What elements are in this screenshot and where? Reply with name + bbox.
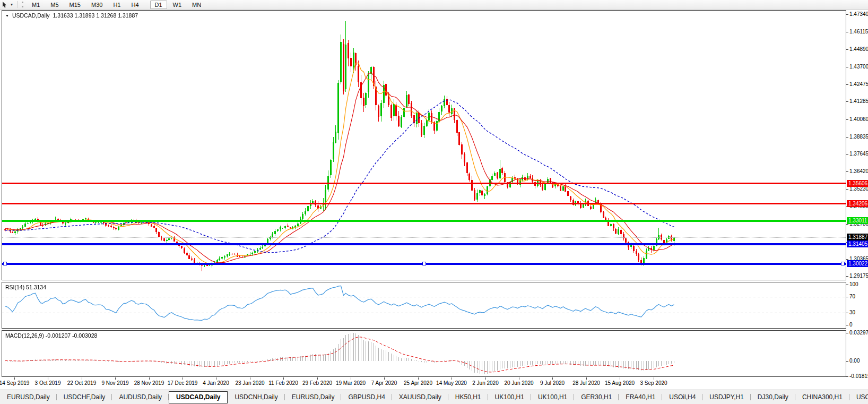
- chart-tab-xauusd-daily[interactable]: XAUUSD,Daily: [392, 392, 448, 402]
- support-line-1.31405[interactable]: [2, 243, 846, 245]
- cursor-tool-dropdown-caret[interactable]: ▾: [9, 2, 14, 7]
- chart-tab-hk50-h1[interactable]: HK50,H1: [448, 392, 488, 402]
- resistance-line-1.35606[interactable]: [2, 183, 846, 184]
- time-tick-mark: [149, 377, 150, 380]
- time-axis: 14 Sep 20193 Oct 201922 Oct 20199 Nov 20…: [0, 377, 868, 390]
- resistance-line-1.34206[interactable]: [2, 203, 846, 204]
- resistance-line-1.34206-badge: 1.34206: [847, 200, 868, 207]
- chart-tab-audusd-daily[interactable]: AUDUSD,Daily: [112, 392, 169, 402]
- pointer-icon: [2, 2, 7, 8]
- date-label: 9 Jul 2020: [540, 380, 565, 386]
- chart-tab-usdjpy-h1[interactable]: USDJPY,H1: [702, 392, 750, 402]
- axis-tick-mark: [846, 67, 848, 67]
- chart-title: ▼ USDCAD,Daily 1.31633 1.31893 1.31268 1…: [5, 12, 138, 19]
- date-label: 28 Nov 2019: [134, 380, 164, 386]
- cursor-tool-button[interactable]: [0, 1, 9, 9]
- chart-tab-bar: EURUSD,DailyUSDCHF,DailyAUDUSD,DailyUSDC…: [0, 390, 868, 404]
- main-chart-pane: ▼ USDCAD,Daily 1.31633 1.31893 1.31268 1…: [2, 10, 846, 280]
- price-tick-label: 1.38835: [849, 134, 868, 140]
- chart-tab-gbpusd-h4[interactable]: GBPUSD,H4: [341, 392, 392, 402]
- time-tick-mark: [384, 377, 385, 380]
- timeframe-button-h1[interactable]: H1: [108, 1, 125, 9]
- date-label: 7 Apr 2020: [371, 380, 397, 386]
- date-label: 29 Feb 2020: [302, 380, 332, 386]
- price-tick-label: 1.44890: [849, 46, 868, 52]
- timeframe-button-m15[interactable]: M15: [65, 1, 85, 9]
- axis-tick-mark: [846, 285, 848, 285]
- chart-tab-usoil-h4[interactable]: USOil,H4: [662, 392, 702, 402]
- timeframe-button-d1[interactable]: D1: [150, 1, 167, 9]
- chart-tab-ger30-h1[interactable]: GER30,H1: [574, 392, 619, 402]
- time-tick-mark: [82, 377, 82, 380]
- date-label: 11 Feb 2020: [268, 380, 298, 386]
- chart-tab-usdcnh-daily[interactable]: USDCNH,Daily: [228, 392, 284, 402]
- date-label: 19 Mar 2020: [336, 380, 366, 386]
- axis-tick-mark: [846, 376, 848, 377]
- chart-tab-usoil-h1[interactable]: USOil,H1: [849, 392, 868, 402]
- line-selection-handle-mid[interactable]: [422, 262, 426, 265]
- date-label: 22 Oct 2019: [67, 380, 96, 386]
- price-tick-label: 0: [849, 322, 853, 328]
- date-label: 3 Sep 2020: [640, 380, 667, 386]
- price-tick-label: 0.032972: [849, 330, 868, 336]
- date-label: 20 Jun 2020: [504, 380, 533, 386]
- time-tick-mark: [115, 377, 116, 380]
- toolbar-drag-handle[interactable]: [22, 2, 23, 7]
- time-tick-mark: [351, 377, 351, 380]
- line-selection-handle-left[interactable]: [3, 262, 7, 265]
- resistance-line-1.33011[interactable]: [2, 220, 846, 222]
- chart-tab-dj30-daily[interactable]: DJ30,Daily: [751, 392, 795, 402]
- axis-tick-mark: [846, 137, 848, 137]
- axis-tick-mark: [846, 32, 848, 32]
- time-tick-mark: [183, 377, 183, 380]
- axis-tick-mark: [846, 171, 848, 172]
- price-tick-label: 1.37645: [849, 151, 868, 157]
- price-axis: 1.473401.461151.448901.437001.424751.412…: [846, 10, 868, 378]
- chart-symbol-label: USDCAD,Daily: [12, 12, 50, 19]
- resistance-line-1.35606-badge: 1.35606: [847, 180, 868, 187]
- chart-tab-usdchf-daily[interactable]: USDCHF,Daily: [57, 392, 112, 402]
- timeframe-button-m5[interactable]: M5: [46, 1, 63, 9]
- chart-tab-eurusd-daily[interactable]: EURUSD,Daily: [285, 392, 342, 402]
- timeframe-button-m1[interactable]: M1: [27, 1, 45, 9]
- time-tick-mark: [250, 377, 250, 380]
- chart-tab-uk100-h1[interactable]: UK100,H1: [531, 392, 574, 402]
- timeframe-button-h4[interactable]: H4: [126, 1, 143, 9]
- macd-canvas[interactable]: [2, 331, 846, 376]
- collapse-arrow-icon[interactable]: ▼: [5, 14, 9, 18]
- chart-tab-uk100-h1[interactable]: UK100,H1: [488, 392, 531, 402]
- timeframe-button-mn[interactable]: MN: [187, 1, 206, 9]
- line-selection-handle-right[interactable]: [841, 262, 845, 265]
- chart-tab-china300-h1[interactable]: CHINA300,H1: [795, 392, 849, 402]
- time-tick-mark: [654, 377, 654, 380]
- macd-indicator-pane: MACD(12,26,9) -0.001207 -0.003028: [2, 330, 846, 377]
- rsi-canvas[interactable]: [2, 282, 846, 328]
- axis-tick-mark: [846, 154, 848, 154]
- axis-tick-mark: [846, 325, 848, 325]
- chart-tab-usdcad-daily[interactable]: USDCAD,Daily: [169, 391, 228, 403]
- axis-tick-mark: [846, 84, 848, 85]
- axis-tick-mark: [846, 276, 848, 277]
- time-tick-mark: [317, 377, 318, 380]
- axis-tick-mark: [846, 259, 848, 260]
- trading-terminal-window: ▾ M1M5M15M30H1H4D1W1MN ▼ USDCAD,Daily 1.…: [0, 0, 868, 404]
- price-tick-label: 1.43700: [849, 64, 868, 70]
- timeframe-button-m30[interactable]: M30: [86, 1, 107, 9]
- macd-label: MACD(12,26,9) -0.001207 -0.003028: [5, 332, 97, 339]
- axis-tick-mark: [846, 14, 848, 15]
- date-label: 25 Apr 2020: [404, 380, 432, 386]
- axis-tick-mark: [846, 189, 848, 190]
- toolbar-separator: [17, 1, 18, 8]
- axis-tick-mark: [846, 361, 848, 362]
- price-tick-label: 1.40060: [849, 116, 868, 122]
- time-tick-mark: [48, 377, 48, 380]
- price-chart-canvas[interactable]: [2, 11, 846, 280]
- time-tick-mark: [14, 377, 15, 380]
- axis-tick-mark: [846, 224, 848, 225]
- price-tick-label: 100: [849, 281, 858, 287]
- date-label: 4 Jan 2020: [203, 380, 229, 386]
- timeframe-button-w1[interactable]: W1: [168, 1, 187, 9]
- chart-tab-eurusd-daily[interactable]: EURUSD,Daily: [0, 392, 57, 402]
- chart-tab-fra40-h1[interactable]: FRA40,H1: [619, 392, 662, 402]
- current-price-badge: 1.31887: [847, 234, 868, 240]
